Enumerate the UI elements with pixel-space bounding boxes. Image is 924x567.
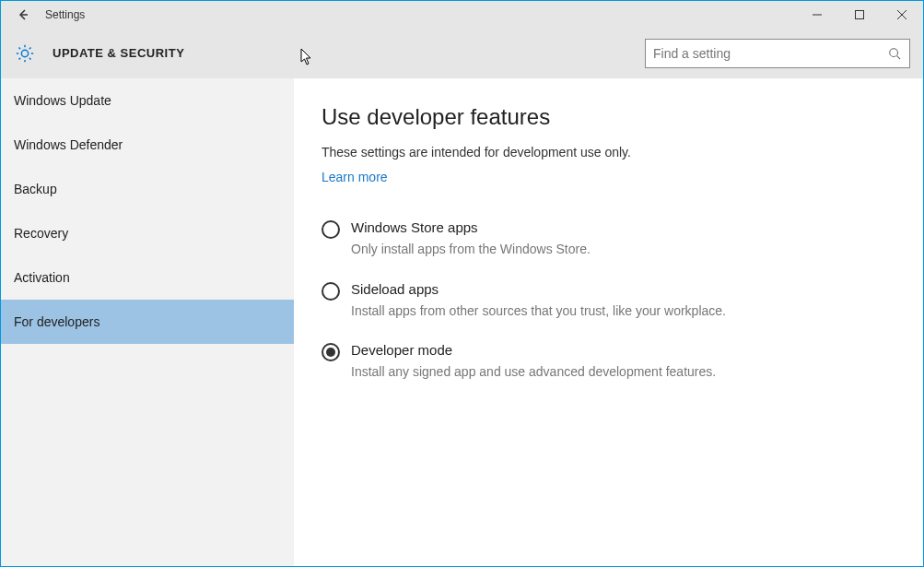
radio-icon [322, 220, 340, 239]
radio-description: Only install apps from the Windows Store… [351, 241, 738, 259]
sidebar-item-label: Windows Defender [14, 137, 123, 152]
learn-more-link[interactable]: Learn more [322, 170, 388, 184]
sidebar: Windows Update Windows Defender Backup R… [1, 78, 294, 566]
sidebar-item-label: Backup [14, 182, 57, 196]
radio-label: Developer mode [351, 342, 738, 358]
radio-description: Install any signed app and use advanced … [351, 363, 738, 382]
radio-description: Install apps from other sources that you… [351, 302, 738, 321]
radio-option-windows-store-apps[interactable]: Windows Store apps Only install apps fro… [322, 219, 895, 259]
sidebar-item-backup[interactable]: Backup [1, 167, 294, 211]
header-bar: UPDATE & SECURITY [1, 29, 923, 78]
search-input[interactable] [653, 46, 887, 61]
sidebar-item-label: Windows Update [14, 93, 111, 108]
sidebar-item-for-developers[interactable]: For developers [1, 300, 294, 344]
arrow-left-icon [16, 7, 30, 22]
gear-icon [15, 43, 35, 64]
back-button[interactable] [10, 1, 36, 29]
search-box[interactable] [645, 39, 910, 68]
sidebar-item-label: Recovery [14, 226, 68, 241]
maximize-button[interactable] [838, 1, 881, 29]
titlebar: Settings [1, 1, 923, 29]
radio-label: Windows Store apps [351, 219, 738, 235]
search-icon [887, 46, 902, 61]
sidebar-item-recovery[interactable]: Recovery [1, 211, 294, 255]
svg-rect-2 [856, 11, 864, 19]
close-icon [897, 10, 906, 19]
sidebar-item-label: For developers [14, 314, 99, 329]
minimize-button[interactable] [796, 1, 838, 29]
close-button[interactable] [881, 1, 923, 29]
radio-icon [322, 282, 340, 301]
page-heading: Use developer features [322, 104, 895, 130]
developer-mode-radio-group: Windows Store apps Only install apps fro… [322, 219, 895, 382]
content-panel: Use developer features These settings ar… [294, 78, 923, 566]
window-title: Settings [45, 8, 85, 21]
maximize-icon [855, 10, 864, 19]
minimize-icon [813, 10, 822, 19]
page-subtext: These settings are intended for developm… [322, 145, 895, 159]
radio-icon [322, 343, 340, 361]
settings-gear-icon [14, 42, 36, 65]
body: Windows Update Windows Defender Backup R… [1, 78, 923, 566]
radio-label: Sideload apps [351, 281, 738, 297]
radio-selected-dot-icon [326, 348, 335, 357]
svg-point-5 [890, 48, 898, 56]
sidebar-item-windows-defender[interactable]: Windows Defender [1, 123, 294, 167]
radio-option-developer-mode[interactable]: Developer mode Install any signed app an… [322, 342, 895, 382]
radio-option-sideload-apps[interactable]: Sideload apps Install apps from other so… [322, 281, 895, 321]
sidebar-item-activation[interactable]: Activation [1, 255, 294, 300]
sidebar-item-label: Activation [14, 270, 70, 285]
section-title: UPDATE & SECURITY [53, 46, 184, 60]
sidebar-item-windows-update[interactable]: Windows Update [1, 78, 294, 123]
svg-line-6 [897, 55, 901, 59]
